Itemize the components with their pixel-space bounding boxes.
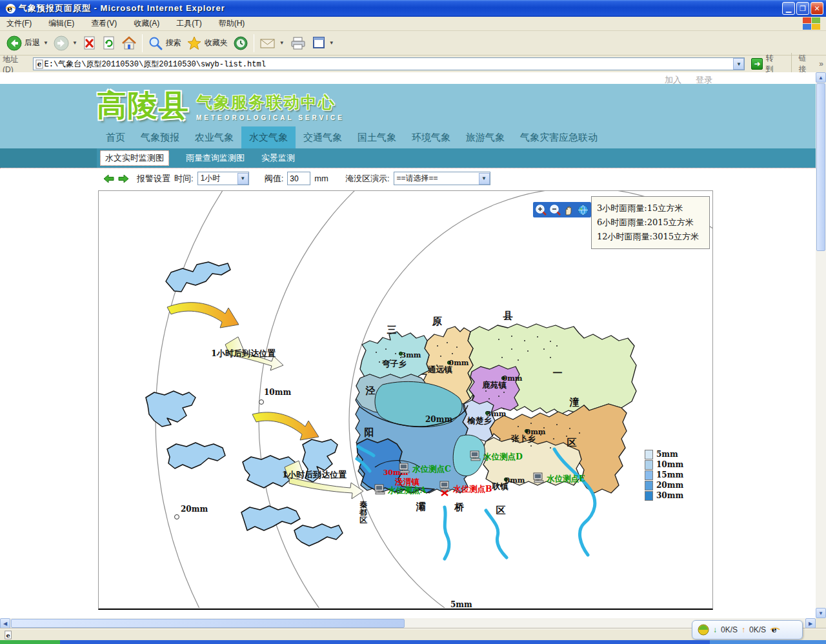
nav-tab-home[interactable]: 首页 xyxy=(98,126,133,149)
menu-file[interactable]: 文件(F) xyxy=(6,18,32,29)
nav-tab-disaster-emergency[interactable]: 气象灾害应急联动 xyxy=(512,126,605,149)
stop-icon xyxy=(83,35,97,51)
favorites-label: 收藏夹 xyxy=(205,37,228,48)
geo-yang: 阳 xyxy=(365,427,374,438)
close-button[interactable]: ✕ xyxy=(811,2,823,15)
geo-xian: 县 xyxy=(503,310,513,321)
address-dropdown-button[interactable]: ▼ xyxy=(733,58,744,70)
subtab-rain-query[interactable]: 雨量查询监测图 xyxy=(186,152,245,164)
svg-text:e: e xyxy=(6,631,10,638)
pan-hand-icon[interactable] xyxy=(563,204,575,216)
sub-nav: 水文实时监测图 雨量查询监测图 实景监测 xyxy=(0,148,816,168)
vertical-scroll-thumb[interactable] xyxy=(816,83,825,251)
edit-button[interactable]: ▼ xyxy=(309,34,337,52)
time-label: 时间: xyxy=(174,173,194,185)
stop-button[interactable] xyxy=(80,34,99,52)
refresh-button[interactable] xyxy=(99,34,119,52)
area-rainfall-infobox: 3小时面雨量:15立方米 6小时面雨量:2015立方米 12小时面雨量:3015… xyxy=(591,196,710,249)
nav-tab-weather-forecast[interactable]: 气象预报 xyxy=(133,126,187,149)
download-speed: 0K/S xyxy=(721,625,738,634)
nav-tab-agriculture[interactable]: 农业气象 xyxy=(187,126,241,149)
rain-gengzhen: 0mm xyxy=(505,476,525,485)
nav-tab-land[interactable]: 国土气象 xyxy=(350,126,404,149)
menu-favorites[interactable]: 收藏(A) xyxy=(134,18,159,29)
legend-label-5mm: 5mm xyxy=(656,450,678,459)
station-C[interactable]: 水位测点C xyxy=(399,463,451,474)
time-select-arrow: ▼ xyxy=(237,173,248,185)
menu-edit[interactable]: 编辑(E) xyxy=(48,18,74,29)
address-url: E:\气象台\原型20110530\原型20110530\swyb-list.h… xyxy=(45,59,734,70)
station-A[interactable]: 水位测点A xyxy=(375,485,427,495)
full-extent-globe-icon[interactable] xyxy=(577,204,589,216)
home-button[interactable] xyxy=(119,34,139,52)
menu-help[interactable]: 帮助(H) xyxy=(219,18,245,29)
print-button[interactable] xyxy=(287,34,309,52)
restore-button[interactable]: ❐ xyxy=(796,2,809,15)
menu-tools[interactable]: 工具(T) xyxy=(176,18,201,29)
start-button-sliver[interactable] xyxy=(0,640,60,644)
station-C-label: 水位测点C xyxy=(412,464,451,474)
threshold-input[interactable] xyxy=(287,172,310,185)
threshold-label: 阀值: xyxy=(265,173,284,185)
scrollbar-corner xyxy=(816,618,826,629)
links-more-chevron[interactable]: » xyxy=(819,59,823,68)
nav-tab-hydrology[interactable]: 水文气象 xyxy=(241,126,296,149)
legend-swatch-15mm xyxy=(645,470,653,480)
map-toolbar xyxy=(533,202,591,217)
history-button[interactable] xyxy=(230,34,251,52)
subtab-live-view[interactable]: 实景监测 xyxy=(261,152,295,164)
scroll-down-button[interactable]: ▼ xyxy=(816,608,826,618)
forward-button[interactable]: ▼ xyxy=(51,34,80,52)
nav-tab-environment[interactable]: 环境气象 xyxy=(404,126,458,149)
favorites-button[interactable]: 收藏夹 xyxy=(184,34,230,52)
windows-logo-icon xyxy=(803,17,822,30)
search-button[interactable]: 搜索 xyxy=(145,34,184,52)
geo-tong: 潼 xyxy=(569,396,579,408)
search-icon xyxy=(148,35,163,51)
legend-label-10mm: 10mm xyxy=(656,460,683,469)
prev-arrow-button[interactable] xyxy=(103,174,114,183)
nav-tab-tourism[interactable]: 旅游气象 xyxy=(458,126,512,149)
rain-zhangbu: 0mm xyxy=(526,428,546,436)
flood-demo-arrow: ▼ xyxy=(479,173,490,185)
station-E[interactable]: 水位测点E xyxy=(534,473,585,483)
address-bar: 地址(D) e E:\气象台\原型20110530\原型20110530\swy… xyxy=(0,55,826,72)
legend-row-15mm: 15mm xyxy=(645,470,683,480)
upload-speed: 0K/S xyxy=(749,625,766,634)
menu-view[interactable]: 查看(V) xyxy=(91,18,117,29)
mail-button[interactable]: ▼ xyxy=(257,34,287,52)
rain-tongyuan: 0mm xyxy=(449,359,469,367)
back-button[interactable]: 后退▼ xyxy=(4,34,51,52)
net-speed-widget[interactable]: ↓ 0K/S ↑ 0K/S e xyxy=(692,620,803,639)
map-canvas: 10mm 20mm 5mm xyxy=(99,191,712,608)
geo-qu-east: 区 xyxy=(567,437,577,448)
subtab-realtime-monitor[interactable]: 水文实时监测图 xyxy=(100,150,169,166)
zoom-out-icon[interactable] xyxy=(549,204,561,216)
nav-tab-traffic[interactable]: 交通气象 xyxy=(296,126,350,149)
minimize-button[interactable]: ▁ xyxy=(782,2,795,15)
flood-demo-select[interactable]: ==请选择== ▼ xyxy=(394,172,490,185)
legend-label-20mm: 20mm xyxy=(656,481,683,490)
station-A-label: 水位测点A xyxy=(387,485,427,495)
time-select[interactable]: 1小时 ▼ xyxy=(197,172,249,185)
address-input[interactable]: e E:\气象台\原型20110530\原型20110530\swyb-list… xyxy=(33,57,745,70)
station-D[interactable]: 水位测点D xyxy=(470,451,523,461)
back-icon xyxy=(6,35,22,51)
windows-taskbar[interactable] xyxy=(0,640,826,644)
links-label[interactable]: 链接 xyxy=(798,53,814,75)
scroll-right-button[interactable]: ▶ xyxy=(805,618,816,629)
zoom-in-icon[interactable] xyxy=(535,204,547,216)
legend-swatch-5mm xyxy=(645,450,653,459)
download-arrow-icon: ↓ xyxy=(713,625,717,634)
scroll-left-button[interactable]: ◀ xyxy=(0,618,10,629)
ring-label-20mm: 20mm xyxy=(181,505,208,514)
logo-subtitle-text: METEOROLOGICAL SERVICE xyxy=(196,114,345,121)
horizontal-scroll-thumb[interactable] xyxy=(11,619,405,628)
next-arrow-button[interactable] xyxy=(118,174,129,183)
geo-qiao: 桥 xyxy=(454,501,465,513)
flood-demo-value: ==请选择== xyxy=(394,173,479,184)
system-tray-sliver xyxy=(710,640,826,644)
scroll-up-button[interactable]: ▲ xyxy=(816,72,826,83)
vertical-scrollbar[interactable]: ▲ ▼ xyxy=(816,72,826,618)
hydrology-map[interactable]: 10mm 20mm 5mm xyxy=(98,190,713,610)
